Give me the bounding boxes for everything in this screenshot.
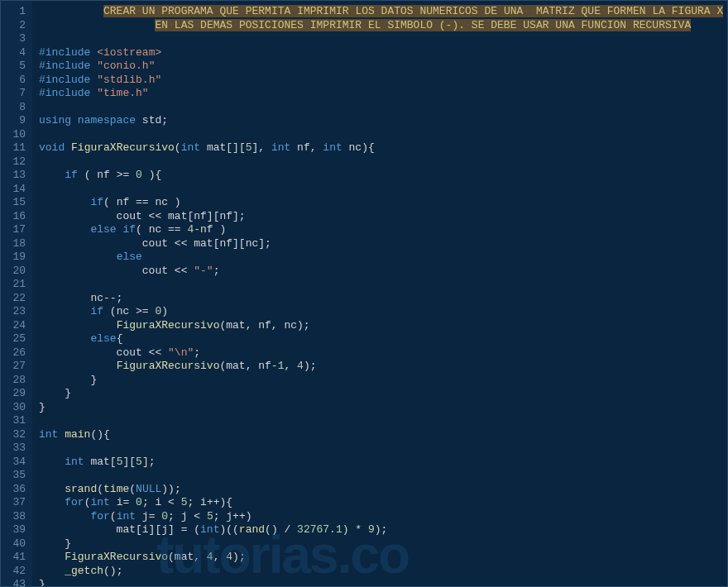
code-line[interactable]: int main(){ xyxy=(39,428,727,442)
line-number-gutter: 1234567891011121314151617181920212223242… xyxy=(1,1,32,586)
line-number: 19 xyxy=(11,251,26,265)
line-number: 11 xyxy=(11,141,26,155)
code-line[interactable]: int mat[5][5]; xyxy=(39,456,727,470)
line-number: 37 xyxy=(11,496,26,510)
line-number: 41 xyxy=(11,551,26,565)
code-line[interactable]: if (nc >= 0) xyxy=(39,305,727,319)
code-line[interactable]: FiguraXRecursivo(mat, nf, nc); xyxy=(39,319,727,333)
line-number: 9 xyxy=(11,114,26,128)
code-line[interactable]: } xyxy=(39,578,727,586)
code-line[interactable] xyxy=(39,469,727,483)
line-number: 39 xyxy=(11,523,26,537)
line-number: 21 xyxy=(11,278,26,292)
code-line[interactable]: using namespace std; xyxy=(39,114,727,128)
line-number: 32 xyxy=(11,428,26,442)
code-line[interactable]: for(int i= 0; i < 5; i++){ xyxy=(39,496,727,510)
code-line[interactable]: FiguraXRecursivo(mat, 4, 4); xyxy=(39,551,727,565)
code-line[interactable]: } xyxy=(39,374,727,388)
code-line[interactable] xyxy=(39,128,727,142)
line-number: 12 xyxy=(11,155,26,169)
code-line[interactable]: nc--; xyxy=(39,292,727,306)
code-line[interactable]: #include "conio.h" xyxy=(39,60,727,74)
code-line[interactable]: for(int j= 0; j < 5; j++) xyxy=(39,510,727,524)
line-number: 7 xyxy=(11,87,26,101)
code-line[interactable]: mat[i][j] = (int)((rand() / 32767.1) * 9… xyxy=(39,523,727,537)
line-number: 28 xyxy=(11,374,26,388)
line-number: 27 xyxy=(11,360,26,374)
line-number: 31 xyxy=(11,414,26,428)
line-number: 40 xyxy=(11,537,26,551)
code-line[interactable]: if ( nf >= 0 ){ xyxy=(39,169,727,183)
code-line[interactable]: EN·LAS·DEMAS·POSICIONES·IMPRIMIR·EL·SIMB… xyxy=(39,19,727,33)
code-line[interactable]: else if( nc == 4-nf ) xyxy=(39,223,727,237)
line-number: 4 xyxy=(11,46,26,60)
line-number: 24 xyxy=(11,319,26,333)
code-line[interactable]: if( nf == nc ) xyxy=(39,196,727,210)
code-line[interactable]: #include <iostream> xyxy=(39,46,727,60)
line-number: 42 xyxy=(11,565,26,579)
code-line[interactable] xyxy=(39,441,727,456)
line-number: 14 xyxy=(11,183,26,197)
line-number: 25 xyxy=(11,332,26,346)
code-line[interactable]: cout << "-"; xyxy=(39,265,727,279)
code-line[interactable]: srand(time(NULL)); xyxy=(39,483,727,497)
line-number: 16 xyxy=(11,210,26,224)
code-line[interactable]: cout << mat[nf][nf]; xyxy=(39,210,727,224)
line-number: 18 xyxy=(11,237,26,251)
line-number: 5 xyxy=(11,60,26,74)
line-number: 38 xyxy=(11,510,26,524)
line-number: 6 xyxy=(11,74,26,88)
code-line[interactable]: #include "stdlib.h" xyxy=(39,74,727,88)
line-number: 30 xyxy=(11,401,26,415)
line-number: 26 xyxy=(11,346,26,360)
line-number: 23 xyxy=(11,305,26,319)
code-line[interactable]: } xyxy=(39,537,727,551)
line-number: 15 xyxy=(11,196,26,210)
line-number: 2 xyxy=(11,19,26,33)
line-number: 10 xyxy=(11,128,26,142)
line-number: 34 xyxy=(11,456,26,470)
code-line[interactable] xyxy=(39,32,727,46)
code-line[interactable]: else xyxy=(39,251,727,265)
code-line[interactable]: FiguraXRecursivo(mat, nf-1, 4); xyxy=(39,360,727,374)
code-line[interactable]: } xyxy=(39,387,727,401)
code-line[interactable] xyxy=(39,414,727,428)
line-number: 1 xyxy=(11,5,26,19)
code-line[interactable] xyxy=(39,155,727,169)
code-line[interactable] xyxy=(39,101,727,115)
line-number: 43 xyxy=(11,578,26,587)
code-line[interactable]: _getch(); xyxy=(39,565,727,579)
line-number: 22 xyxy=(11,292,26,306)
line-number: 33 xyxy=(11,441,26,456)
line-number: 36 xyxy=(11,483,26,497)
code-line[interactable] xyxy=(39,278,727,292)
code-line[interactable]: cout << "\n"; xyxy=(39,346,727,360)
code-line[interactable]: void FiguraXRecursivo(int mat[][5], int … xyxy=(39,141,727,155)
code-line[interactable] xyxy=(39,183,727,197)
code-line[interactable]: } xyxy=(39,401,727,415)
code-line[interactable]: CREAR·UN·PROGRAMA·QUE·PERMITA·IMPRIMIR·L… xyxy=(39,5,727,19)
line-number: 20 xyxy=(11,265,26,279)
code-editor[interactable]: 1234567891011121314151617181920212223242… xyxy=(0,0,728,587)
line-number: 29 xyxy=(11,387,26,401)
code-line[interactable]: #include "time.h" xyxy=(39,87,727,101)
code-line[interactable]: else{ xyxy=(39,332,727,346)
line-number: 13 xyxy=(11,169,26,183)
line-number: 8 xyxy=(11,101,26,115)
code-area[interactable]: tutorias.co CREAR·UN·PROGRAMA·QUE·PERMIT… xyxy=(32,1,727,586)
line-number: 3 xyxy=(11,32,26,46)
line-number: 35 xyxy=(11,469,26,483)
line-number: 17 xyxy=(11,223,26,237)
code-line[interactable]: cout << mat[nf][nc]; xyxy=(39,237,727,251)
